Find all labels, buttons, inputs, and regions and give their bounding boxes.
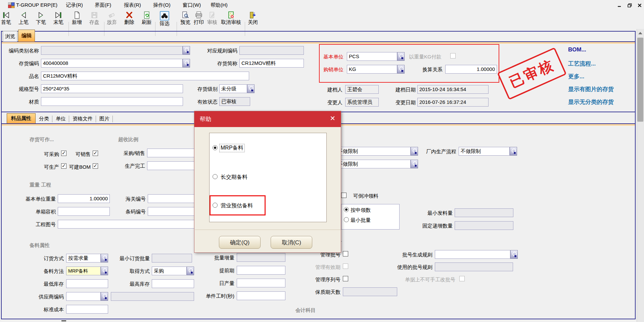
inv-level-field[interactable]: 未分级: [219, 84, 247, 93]
acquire-lookup-icon[interactable]: [187, 267, 194, 275]
cancel-button[interactable]: 取消(C): [271, 236, 312, 249]
prep-method-field[interactable]: MRP备料: [66, 267, 101, 275]
pname-field[interactable]: CR12MOV精料: [41, 72, 249, 80]
base-weight-field[interactable]: 1.00000: [58, 194, 110, 203]
base-unit-field[interactable]: PCS: [347, 52, 397, 61]
app-icon: [8, 2, 15, 8]
manage-serial-checkbox[interactable]: [343, 276, 348, 281]
conv-field[interactable]: 1.00000: [445, 65, 497, 74]
customs-field[interactable]: [148, 194, 195, 203]
v-scrollbar-thumb[interactable]: [637, 38, 643, 122]
batch-rule-field[interactable]: [435, 250, 510, 259]
inv-code-field[interactable]: 400400008: [41, 59, 183, 68]
dialog-close-icon[interactable]: ✕: [330, 114, 335, 122]
supplier-lookup-icon[interactable]: [101, 292, 108, 301]
limit-field-1[interactable]: 不做限制: [336, 147, 411, 156]
menu-item-record[interactable]: 记录(R): [66, 2, 83, 8]
link-process-flow[interactable]: 工艺流程...: [568, 60, 596, 68]
link-show-unclassified[interactable]: 显示无分类的存货: [568, 98, 614, 106]
std-cost-field[interactable]: [66, 305, 108, 314]
manage-batch-checkbox[interactable]: [343, 251, 348, 256]
link-show-with-images[interactable]: 显示有图片的存货: [568, 85, 614, 93]
menu-item-help[interactable]: 帮助(H): [211, 2, 228, 8]
preview-button[interactable]: 预览: [179, 11, 191, 25]
order-mode-field[interactable]: 按需求量: [66, 254, 101, 263]
limit1-lookup-icon[interactable]: [411, 147, 418, 156]
close-button[interactable]: 关闭: [247, 11, 259, 25]
barcode-field[interactable]: [148, 207, 195, 216]
factory-flow-lookup-icon[interactable]: [510, 147, 517, 156]
material-field[interactable]: [41, 97, 183, 106]
menu-item-ui[interactable]: 界面(F): [95, 2, 111, 8]
last-record-button[interactable]: 末笔: [53, 11, 64, 25]
option-long-lead-label[interactable]: 长交期备料: [221, 174, 247, 181]
help-dialog-titlebar[interactable]: 帮助 ✕: [194, 111, 341, 127]
delete-button[interactable]: 删除: [124, 11, 135, 25]
add-button[interactable]: 新增: [71, 11, 83, 25]
backflush-checkbox[interactable]: [341, 193, 347, 198]
minimize-icon[interactable]: [616, 3, 623, 8]
unit-hours-field[interactable]: [237, 291, 285, 300]
sellable-checkbox[interactable]: [93, 151, 98, 156]
inv-code-lookup-icon[interactable]: [183, 59, 190, 68]
menu-item-operate[interactable]: 操作(O): [153, 2, 171, 8]
producible-checkbox[interactable]: [61, 163, 66, 169]
subtab-separator: [96, 116, 96, 122]
by-request-radio[interactable]: [344, 207, 349, 212]
subtab-item-attrs[interactable]: 料品属性: [7, 113, 36, 123]
prev-record-button[interactable]: 上笔: [18, 11, 29, 25]
batch-rule-lookup-icon[interactable]: [510, 250, 518, 259]
subtab-unit[interactable]: 单位: [54, 115, 68, 123]
link-bom[interactable]: BOM...: [568, 46, 586, 53]
option-long-lead-radio[interactable]: [213, 174, 218, 179]
subtab-category[interactable]: 分类: [37, 115, 51, 123]
restore-icon[interactable]: [627, 3, 633, 8]
base-unit-lookup-icon[interactable]: [397, 52, 405, 61]
tab-edit[interactable]: 编辑: [18, 30, 35, 42]
menu-item-report[interactable]: 报表(R): [124, 2, 141, 8]
min-batch-radio[interactable]: [344, 217, 349, 222]
filter-button[interactable]: 筛选: [158, 11, 171, 26]
prod-done-ratio-field[interactable]: [147, 161, 195, 170]
ok-button[interactable]: 确定(Q): [219, 236, 261, 249]
drawing-field[interactable]: [58, 220, 195, 229]
daily-output-field[interactable]: [237, 279, 285, 287]
menu-item-app[interactable]: T-GROUP ERP(E): [16, 2, 57, 8]
limit-field-2[interactable]: 不做限制: [336, 160, 411, 168]
box-volume-field[interactable]: [58, 207, 110, 216]
purchasable-checkbox[interactable]: [61, 151, 66, 156]
code-category-label: 编码类别名称: [3, 48, 39, 54]
subtab-image[interactable]: 图片: [97, 115, 111, 123]
subtab-qualification[interactable]: 资格文件: [71, 115, 95, 123]
prep-method-lookup-icon[interactable]: [101, 267, 108, 275]
inv-level-lookup-icon[interactable]: [247, 84, 255, 93]
option-mrp-radio[interactable]: [213, 145, 218, 150]
bomable-checkbox[interactable]: [93, 163, 98, 169]
menu-item-window[interactable]: 窗口(W): [183, 2, 201, 8]
link-more[interactable]: 更多...: [568, 73, 584, 80]
acquire-field[interactable]: 采购: [152, 267, 187, 275]
limit2-lookup-icon[interactable]: [411, 160, 418, 168]
next-record-button[interactable]: 下笔: [35, 11, 47, 25]
scroll-up-icon[interactable]: [637, 30, 644, 36]
cancel-audit-button[interactable]: 取消审核: [220, 11, 242, 25]
tab-browse[interactable]: 浏览: [3, 31, 17, 42]
inv-abbr-field[interactable]: CR12MOV精料: [239, 59, 304, 68]
supplier-field[interactable]: [66, 292, 101, 301]
max-stock-field[interactable]: [152, 279, 194, 288]
box-volume-label: 单箱容积: [32, 209, 56, 215]
min-stock-field[interactable]: [66, 279, 108, 288]
first-record-button[interactable]: 首笔: [0, 11, 12, 25]
order-mode-lookup-icon[interactable]: [101, 254, 108, 263]
refresh-button[interactable]: 刷新: [141, 11, 152, 25]
close-window-icon[interactable]: [637, 3, 643, 8]
code-category-lookup-icon[interactable]: [183, 46, 190, 55]
print-button[interactable]: 打印: [193, 11, 205, 25]
sales-unit-field[interactable]: KG: [347, 65, 397, 74]
spec-field[interactable]: 250*240*35: [41, 84, 183, 93]
lead-time-field[interactable]: [237, 266, 285, 275]
buy-sell-ratio-field[interactable]: [147, 149, 195, 157]
factory-flow-field[interactable]: 不做限制: [459, 147, 510, 156]
option-mrp-label[interactable]: MRP备料: [219, 144, 245, 152]
sales-unit-lookup-icon[interactable]: [397, 65, 405, 74]
